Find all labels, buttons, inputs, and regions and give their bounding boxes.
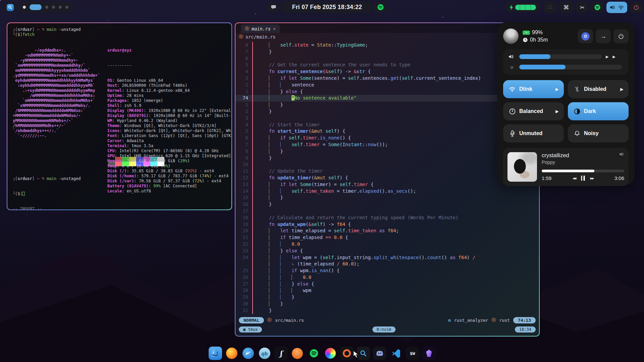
fetch-info-line: Locale: en_US.utf8 xyxy=(107,189,231,194)
firefox-dock-icon[interactable] xyxy=(225,347,238,360)
curve-app-dock-icon[interactable]: ʃ xyxy=(274,347,288,360)
chevron-right-icon[interactable]: ▶ xyxy=(556,87,558,92)
code-line: 10 xyxy=(235,161,539,168)
tmux-window-pill[interactable]: 0:nvim xyxy=(372,326,395,333)
battery-percent: 99% xyxy=(532,29,543,36)
tray-keybinds-button[interactable]: ⌘ xyxy=(559,2,573,13)
files-dock-icon[interactable] xyxy=(209,347,222,360)
pause-icon[interactable] xyxy=(581,176,585,181)
avatar[interactable] xyxy=(503,28,519,44)
next-track-icon[interactable]: ▶▶ xyxy=(590,177,594,180)
settings-button[interactable]: ⚙ xyxy=(578,29,593,43)
terminal-window[interactable]: ┌[srdusr] ~ ⌥ main -unstaged └[$]fetch -… xyxy=(7,22,232,210)
vscode-dock-icon[interactable] xyxy=(389,347,403,360)
battery-tray[interactable] xyxy=(505,2,540,12)
toggle-noisy[interactable]: Noisy xyxy=(568,124,629,142)
rust-icon: Ⓡ xyxy=(239,34,243,40)
code-line: 2 } xyxy=(235,108,539,115)
launcher-button[interactable] xyxy=(5,2,15,12)
fetch-info-line: Theme: Windows [Qt], WhiteSur-Dark [GTK2… xyxy=(107,123,231,128)
fetch-info-line: GPU: Intel UHD Graphics 620 @ 1.15 GHz [… xyxy=(107,154,231,159)
code-editor-area[interactable]: 8 ▏ self.state = State::TypingGame;7 }65… xyxy=(235,41,539,316)
code-line: 31 } xyxy=(235,307,539,314)
close-icon[interactable]: × xyxy=(273,26,276,31)
clock[interactable]: Fri 07 Feb 2025 18:34:22 xyxy=(282,2,372,13)
blue-bird-dock-icon[interactable] xyxy=(241,347,255,360)
tray-power-button[interactable] xyxy=(630,2,643,13)
tmux-session-pill[interactable]: ▣ tmux xyxy=(239,326,262,333)
code-line: 24 ▏ ▏ let wpm = (self.input_string.spli… xyxy=(235,254,539,261)
power-icon xyxy=(634,5,639,10)
statusline-file: src/main.rs xyxy=(275,318,304,323)
tab-main-rs[interactable]: Ⓡ main.rs × xyxy=(241,24,280,33)
obsidian-dock-icon[interactable] xyxy=(422,347,436,360)
orange-ring-dock-icon[interactable] xyxy=(340,347,354,360)
fetch-info-line: OS: Gentoo Linux x86_64 xyxy=(107,78,231,83)
workspace-indicator[interactable] xyxy=(18,2,73,12)
fetch-info-line: Display (B0E0791): 644x362 @ 60 Hz in … xyxy=(107,113,231,118)
mode-pill: NORMAL xyxy=(239,317,264,323)
arrow-right-icon: → xyxy=(600,33,606,40)
toggle-dlink[interactable]: Dlink▶ xyxy=(503,80,564,98)
workspace-active[interactable] xyxy=(30,4,42,10)
spotify-dock-icon[interactable] xyxy=(307,347,321,360)
player-speaker-icon[interactable] xyxy=(619,152,624,165)
tray-idle-inhibitor[interactable] xyxy=(543,2,557,13)
dollar-w-dock-icon[interactable]: $W xyxy=(406,347,419,360)
toggle-label: Noisy xyxy=(584,130,599,136)
workspace-dot[interactable] xyxy=(65,6,68,9)
tray-spotify-button[interactable] xyxy=(591,2,604,13)
workspace-dot[interactable] xyxy=(23,6,26,9)
gear-icon: ⚙ xyxy=(581,32,590,41)
discord-dock-icon[interactable] xyxy=(373,347,386,360)
code-line: 4 fn current_sentence(&self) -> &str { xyxy=(235,68,539,75)
tray-audio-network-button[interactable] xyxy=(606,2,627,13)
fetch-info-line: Disk (/): 35.85 GiB / 38.83 GiB (92%) - … xyxy=(107,169,231,174)
terminal-content[interactable]: ┌[srdusr] ~ ⌥ main -unstaged └[$]fetch -… xyxy=(7,23,231,209)
tray-screenshot-button[interactable]: ✂ xyxy=(576,2,589,13)
workspace-dot[interactable] xyxy=(52,6,55,9)
screencast-button[interactable]: → xyxy=(596,29,611,43)
power-button[interactable] xyxy=(613,29,629,43)
fetch-info-line: Terminal: tmux 3.5a xyxy=(107,143,231,148)
scissors-icon: ✂ xyxy=(580,4,584,11)
toggle-dark[interactable]: Dark xyxy=(568,102,629,120)
neovim-window[interactable]: Ⓡ main.rs × Ⓡ src/main.rs 8 ▏ self.state… xyxy=(235,22,540,337)
toggle-unmuted[interactable]: Unmuted xyxy=(503,124,564,142)
code-line: 18 // Calculate and return the current t… xyxy=(235,215,539,221)
command-icon: ⌘ xyxy=(564,4,569,11)
output-cycle-icon[interactable]: ▶ xyxy=(606,55,608,59)
output-cycle-icon[interactable]: ▶ xyxy=(612,55,615,59)
track-progress-bar[interactable] xyxy=(542,170,624,172)
code-line: 13 ▏ if let Some(timer) = self.timer { xyxy=(235,181,539,188)
bolt-icon xyxy=(509,5,513,10)
fetch-info-line: Disk (/home): 579.17 GiB / 783.77 GiB (7… xyxy=(107,174,231,179)
code-line: ▏ ▏ ↳ (time_elapsed / 60.0); xyxy=(235,261,539,267)
cursor-position-pill: 74:13 xyxy=(513,317,536,323)
code-line: 29 ▏ ▏ } xyxy=(235,294,539,301)
code-line: 11 // Update the timer xyxy=(235,168,539,175)
fetch-info-line: Packages: 1852 (emerge) xyxy=(107,98,231,103)
spotify-icon xyxy=(594,4,600,10)
toggle-balanced[interactable]: Balanced▶ xyxy=(503,102,564,120)
search-icon xyxy=(7,4,14,11)
volume-slider[interactable] xyxy=(519,54,602,59)
toggle-disabled[interactable]: Disabled▶ xyxy=(568,80,629,98)
code-line: 5 fn start_timer(&mut self) { xyxy=(235,128,539,135)
notifications-button[interactable] xyxy=(267,2,280,12)
workspace-dot[interactable] xyxy=(45,6,48,9)
orange-ball-dock-icon[interactable] xyxy=(291,347,304,360)
qbittorrent-dock-icon[interactable]: qb xyxy=(258,347,271,360)
chevron-right-icon[interactable]: ▶ xyxy=(621,87,623,92)
fetch-info-line: Shell: zsh 5.9 xyxy=(107,103,231,108)
previous-track-icon[interactable]: ◀◀ xyxy=(573,177,576,180)
spotify-topbar-button[interactable] xyxy=(374,2,386,12)
workspace-dot[interactable] xyxy=(59,6,62,9)
chevron-right-icon[interactable]: ▶ xyxy=(556,109,558,114)
lsp-name: rust_analyzer xyxy=(454,318,488,323)
brightness-slider[interactable] xyxy=(519,65,622,69)
gauge-icon xyxy=(508,108,516,115)
photos-dock-icon[interactable] xyxy=(324,347,337,360)
code-line: 17 xyxy=(235,208,539,215)
fetch-info-line: CPU: Intel(R) Core(TM) i7-8650U (8) @ 4.… xyxy=(107,148,231,154)
